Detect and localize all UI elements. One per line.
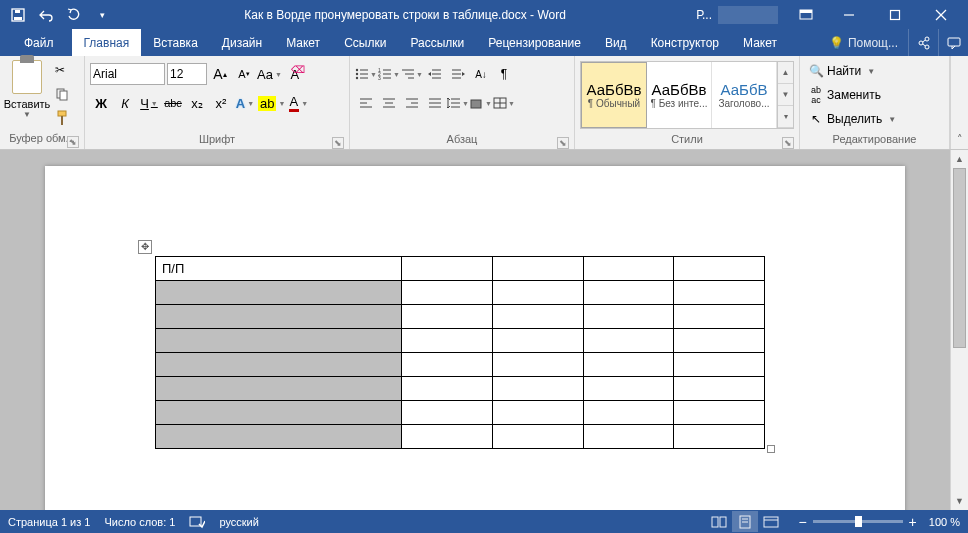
tab-file[interactable]: Файл: [6, 29, 72, 56]
page[interactable]: ✥ П/П: [45, 166, 905, 510]
table-cell[interactable]: [156, 353, 402, 377]
table-cell[interactable]: [583, 353, 674, 377]
copy-button[interactable]: [53, 84, 79, 104]
table-cell[interactable]: [583, 305, 674, 329]
table-cell[interactable]: [492, 281, 583, 305]
table-cell[interactable]: [402, 305, 493, 329]
word-count[interactable]: Число слов: 1: [104, 516, 175, 528]
borders-button[interactable]: ▼: [493, 92, 515, 114]
table-cell[interactable]: [402, 425, 493, 449]
table-cell[interactable]: [492, 257, 583, 281]
align-left-button[interactable]: [355, 92, 377, 114]
highlight-button[interactable]: ab▼: [258, 92, 285, 114]
table-cell[interactable]: [674, 425, 765, 449]
increase-indent-button[interactable]: [447, 63, 469, 85]
numbering-button[interactable]: 123▼: [378, 63, 400, 85]
tab-table-layout[interactable]: Макет: [731, 29, 789, 56]
table-cell[interactable]: [583, 281, 674, 305]
tab-mailings[interactable]: Рассылки: [398, 29, 476, 56]
tab-view[interactable]: Вид: [593, 29, 639, 56]
user-account[interactable]: Р...: [696, 6, 778, 24]
vertical-scrollbar[interactable]: ▲ ▼: [950, 150, 968, 510]
bullets-button[interactable]: ▼: [355, 63, 377, 85]
style-normal[interactable]: АаБбВв ¶ Обычный: [581, 62, 647, 128]
tab-review[interactable]: Рецензирование: [476, 29, 593, 56]
undo-button[interactable]: [34, 3, 58, 27]
table-cell[interactable]: [156, 329, 402, 353]
table-cell[interactable]: [156, 281, 402, 305]
tab-insert[interactable]: Вставка: [141, 29, 210, 56]
table-resize-handle[interactable]: [767, 445, 775, 453]
table-cell[interactable]: [674, 257, 765, 281]
table-cell[interactable]: [156, 305, 402, 329]
multilevel-list-button[interactable]: ▼: [401, 63, 423, 85]
table-cell[interactable]: [674, 377, 765, 401]
table-cell[interactable]: [674, 353, 765, 377]
table-cell[interactable]: [674, 329, 765, 353]
grow-font-button[interactable]: A▴: [209, 63, 231, 85]
ribbon-display-options-button[interactable]: [786, 0, 826, 29]
table-cell[interactable]: [674, 401, 765, 425]
scroll-down-button[interactable]: ▼: [951, 492, 968, 510]
scroll-thumb[interactable]: [953, 168, 966, 348]
web-layout-button[interactable]: [758, 511, 784, 532]
table-cell[interactable]: [156, 401, 402, 425]
redo-button[interactable]: [62, 3, 86, 27]
tab-layout[interactable]: Макет: [274, 29, 332, 56]
line-spacing-button[interactable]: ▼: [447, 92, 469, 114]
show-marks-button[interactable]: ¶: [493, 63, 515, 85]
align-right-button[interactable]: [401, 92, 423, 114]
table-cell[interactable]: [492, 329, 583, 353]
table-cell[interactable]: [583, 329, 674, 353]
share-button[interactable]: [908, 29, 938, 56]
shading-button[interactable]: ▼: [470, 92, 492, 114]
change-case-button[interactable]: Aa▼: [257, 63, 282, 85]
qat-customize-button[interactable]: ▾: [90, 3, 114, 27]
paragraph-launcher[interactable]: ⬊: [557, 137, 569, 149]
spell-check-indicator[interactable]: [189, 515, 205, 529]
zoom-level[interactable]: 100 %: [929, 516, 960, 528]
print-layout-button[interactable]: [732, 511, 758, 532]
replace-button[interactable]: abacЗаменить: [805, 84, 944, 106]
save-button[interactable]: [6, 3, 30, 27]
table-cell[interactable]: [492, 425, 583, 449]
format-painter-button[interactable]: [53, 108, 79, 128]
style-no-spacing[interactable]: АаБбВв ¶ Без инте...: [647, 62, 712, 128]
table-cell[interactable]: [402, 353, 493, 377]
font-color-button[interactable]: A▼: [287, 92, 309, 114]
table-cell[interactable]: [402, 281, 493, 305]
subscript-button[interactable]: x₂: [186, 92, 208, 114]
text-effects-button[interactable]: A▼: [234, 92, 256, 114]
tab-table-design[interactable]: Конструктор: [639, 29, 731, 56]
minimize-button[interactable]: [826, 0, 872, 29]
find-button[interactable]: 🔍Найти▼: [805, 60, 944, 82]
maximize-button[interactable]: [872, 0, 918, 29]
tab-home[interactable]: Главная: [72, 29, 142, 56]
bold-button[interactable]: Ж: [90, 92, 112, 114]
clear-formatting-button[interactable]: A⌫: [284, 63, 306, 85]
style-heading1[interactable]: АаБбВ Заголово...: [712, 62, 777, 128]
cut-button[interactable]: ✂: [53, 60, 79, 80]
styles-launcher[interactable]: ⬊: [782, 137, 794, 149]
collapse-ribbon-button[interactable]: ˄: [950, 56, 968, 149]
paste-button[interactable]: Вставить ▼: [5, 58, 49, 132]
zoom-thumb[interactable]: [855, 516, 862, 527]
table-cell[interactable]: [156, 377, 402, 401]
table-move-handle[interactable]: ✥: [138, 240, 152, 254]
scroll-track[interactable]: [951, 168, 968, 492]
tab-references[interactable]: Ссылки: [332, 29, 398, 56]
styles-more-button[interactable]: ▲▼▾: [778, 61, 794, 129]
table-cell[interactable]: [674, 305, 765, 329]
page-indicator[interactable]: Страница 1 из 1: [8, 516, 90, 528]
clipboard-launcher[interactable]: ⬊: [67, 136, 79, 148]
sort-button[interactable]: A↓: [470, 63, 492, 85]
table-cell[interactable]: [156, 425, 402, 449]
zoom-in-button[interactable]: +: [909, 514, 917, 530]
table-cell[interactable]: П/П: [156, 257, 402, 281]
close-button[interactable]: [918, 0, 964, 29]
select-button[interactable]: ↖Выделить▼: [805, 108, 944, 130]
font-name-combo[interactable]: [90, 63, 165, 85]
tell-me-help[interactable]: 💡Помощ...: [819, 29, 908, 56]
comments-button[interactable]: [938, 29, 968, 56]
table-cell[interactable]: [492, 377, 583, 401]
